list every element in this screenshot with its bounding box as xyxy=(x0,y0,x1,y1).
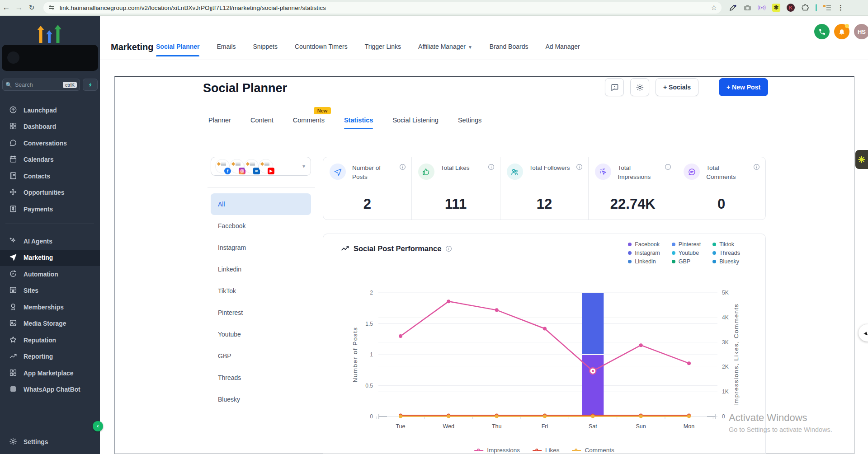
tab-planner[interactable]: Planner xyxy=(208,117,231,129)
stat-label: Total Comments xyxy=(706,164,749,182)
extensions-puzzle-icon[interactable] xyxy=(801,4,809,12)
filter-item-pinterest[interactable]: Pinterest xyxy=(211,302,311,323)
planner-settings-gear-button[interactable] xyxy=(630,78,649,96)
facebook-icon: f xyxy=(224,168,231,174)
tab-comments[interactable]: CommentsNew xyxy=(293,117,325,129)
series-marker xyxy=(572,449,581,452)
nav-tab-emails[interactable]: Emails xyxy=(217,43,236,56)
tab-content[interactable]: Content xyxy=(250,117,274,129)
sidebar-item-contacts[interactable]: Contacts xyxy=(0,168,100,185)
address-bar[interactable]: link.hainanalliancegroup.com/v2/location… xyxy=(43,2,722,14)
sidebar-item-memberships[interactable]: Memberships xyxy=(0,299,100,316)
phone-button[interactable] xyxy=(814,24,830,39)
sidebar-collapse-button[interactable]: ‹ xyxy=(93,421,103,431)
nav-tab-countdown-timers[interactable]: Countdown Timers xyxy=(295,43,348,56)
url-text[interactable]: link.hainanalliancegroup.com/v2/location… xyxy=(60,5,326,11)
reload-icon[interactable]: ↻ xyxy=(25,4,38,12)
reporting-icon xyxy=(9,352,24,361)
automation-icon xyxy=(9,270,24,279)
chart-canvas[interactable]: 00.511.5201K2K3K4K5KTueWedThuFriSatSunMo… xyxy=(323,234,766,454)
info-icon[interactable] xyxy=(488,164,495,172)
chevron-down-icon: ▼ xyxy=(468,45,472,50)
nav-tab-brand-boards[interactable]: Brand Boards xyxy=(490,43,528,56)
series-legend-impressions[interactable]: Impressions xyxy=(474,447,520,454)
ai-assistant-button[interactable] xyxy=(83,79,98,91)
filter-item-gbp[interactable]: GBP xyxy=(211,345,311,367)
filter-item-facebook[interactable]: Facebook xyxy=(211,215,311,237)
nav-tab-trigger-links[interactable]: Trigger Links xyxy=(365,43,401,56)
svg-text:2K: 2K xyxy=(722,364,729,370)
nav-tab-social-planner[interactable]: Social Planner xyxy=(156,43,199,56)
filter-item-bluesky[interactable]: Bluesky xyxy=(211,388,311,410)
sidebar-item-marketing[interactable]: Marketing xyxy=(0,250,100,267)
filter-item-all[interactable]: All xyxy=(211,193,311,215)
chevron-down-icon: ▾ xyxy=(302,163,305,169)
new-post-button[interactable]: + New Post xyxy=(719,78,768,96)
sidebar-item-automation[interactable]: Automation xyxy=(0,266,100,283)
bookmark-star-icon[interactable]: ☆ xyxy=(711,4,717,12)
launchpad-icon xyxy=(9,106,24,115)
camera-extension-icon[interactable] xyxy=(743,4,751,12)
nav-tab-ad-manager[interactable]: Ad Manager xyxy=(545,43,580,56)
k-extension-icon[interactable]: K xyxy=(787,4,795,12)
svg-text:Tue: Tue xyxy=(396,423,405,430)
sidebar-item-conversations[interactable]: Conversations xyxy=(0,135,100,152)
sidebar-item-payments[interactable]: Payments xyxy=(0,201,100,218)
tab-settings[interactable]: Settings xyxy=(458,117,481,129)
stats-summary: Number of Posts 2 Total Likes 111 Total … xyxy=(323,157,766,220)
sidebar-item-sites[interactable]: Sites xyxy=(0,283,100,300)
notifications-button[interactable] xyxy=(834,24,849,39)
tab-statistics[interactable]: Statistics xyxy=(344,117,373,129)
sidebar-item-app-marketplace[interactable]: App Marketplace xyxy=(0,365,100,382)
add-socials-button[interactable]: + Socials xyxy=(656,78,698,96)
search-input[interactable]: 🔍 Search ctrlK xyxy=(2,79,80,91)
back-icon[interactable]: ← xyxy=(0,3,13,12)
sidebar-item-opportunities[interactable]: Opportunities xyxy=(0,185,100,201)
eyedropper-extension-icon[interactable] xyxy=(729,4,737,12)
sidebar-item-reporting[interactable]: Reporting xyxy=(0,349,100,365)
info-icon[interactable] xyxy=(399,164,406,172)
ai-agents-icon xyxy=(9,237,24,246)
asterisk-extension-icon[interactable]: ✱ xyxy=(772,4,780,12)
info-icon[interactable] xyxy=(753,164,760,172)
info-icon[interactable] xyxy=(576,164,583,172)
info-icon[interactable] xyxy=(665,164,671,172)
user-avatar[interactable]: HS xyxy=(854,24,868,39)
nav-tab-snippets[interactable]: Snippets xyxy=(253,43,278,56)
tab-social-listening[interactable]: Social Listening xyxy=(392,117,439,129)
series-legend-comments[interactable]: Comments xyxy=(572,447,614,454)
signal-extension-icon[interactable] xyxy=(758,4,766,12)
series-marker xyxy=(474,449,483,452)
sidebar-item-ai-agents[interactable]: AI Agents xyxy=(0,233,100,250)
filter-item-linkedin[interactable]: Linkedin xyxy=(211,258,311,280)
sidebar-item-settings[interactable]: Settings xyxy=(0,434,100,450)
feedback-button[interactable] xyxy=(605,78,624,96)
sidebar-menu-primary: LaunchpadDashboardConversationsCalendars… xyxy=(0,102,100,218)
extension-flyout-button[interactable] xyxy=(855,150,868,169)
filter-item-youtube[interactable]: Youtube xyxy=(211,323,311,345)
sidebar-item-reputation[interactable]: Reputation xyxy=(0,332,100,349)
sidebar-item-calendars[interactable]: Calendars xyxy=(0,152,100,168)
sidebar-item-launchpad[interactable]: Launchpad xyxy=(0,102,100,119)
filter-item-threads[interactable]: Threads xyxy=(211,367,311,388)
nav-tab-affiliate-manager[interactable]: Affiliate Manager▼ xyxy=(418,43,472,56)
sidebar-item-whatsapp-chatbot[interactable]: WhatsApp ChatBot xyxy=(0,382,100,398)
sidebar-item-media-storage[interactable]: Media Storage xyxy=(0,316,100,332)
stat-value: 22.74K xyxy=(589,196,677,212)
svg-text:Mon: Mon xyxy=(684,423,694,430)
svg-text:0: 0 xyxy=(370,413,373,420)
browser-menu-icon[interactable]: ⋮ xyxy=(837,4,844,12)
site-settings-icon[interactable] xyxy=(49,5,55,11)
accounts-dropdown[interactable]: f in ▶ ▾ xyxy=(211,157,311,176)
browser-profile-icon[interactable] xyxy=(823,5,831,11)
series-legend-likes[interactable]: Likes xyxy=(533,447,560,454)
svg-text:1K: 1K xyxy=(722,388,729,395)
contacts-icon xyxy=(9,172,24,181)
forward-icon[interactable]: → xyxy=(13,3,25,12)
account-switcher[interactable] xyxy=(2,45,98,71)
filter-item-tiktok[interactable]: TikTok xyxy=(211,280,311,302)
send-icon xyxy=(330,164,346,180)
sidebar-item-dashboard[interactable]: Dashboard xyxy=(0,119,100,136)
filter-item-instagram[interactable]: Instagram xyxy=(211,237,311,258)
media-icon xyxy=(9,319,24,328)
